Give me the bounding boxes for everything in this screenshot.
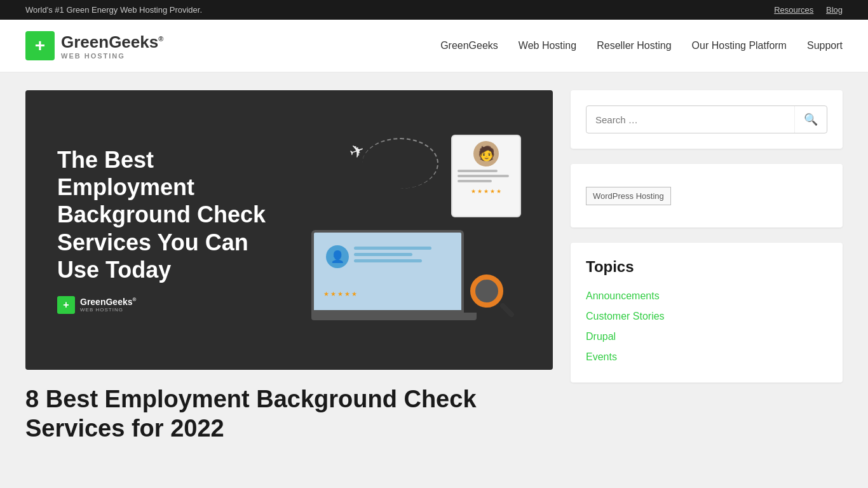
nav-support[interactable]: Support xyxy=(807,40,843,51)
main-nav: GreenGeeks Web Hosting Reseller Hosting … xyxy=(440,40,843,51)
site-header: + GreenGeeks® WEB HOSTING GreenGeeks Web… xyxy=(0,20,868,72)
nav-web-hosting[interactable]: Web Hosting xyxy=(519,40,576,51)
main-column: The Best Employment Background Check Ser… xyxy=(25,90,553,443)
page-content: The Best Employment Background Check Ser… xyxy=(0,72,868,461)
magnifier-circle xyxy=(470,274,503,308)
screen-lines xyxy=(354,247,451,266)
screen-line-2 xyxy=(354,253,412,256)
topic-customer-stories[interactable]: Customer Stories xyxy=(586,306,827,327)
stars-row: ★ ★ ★ ★ ★ xyxy=(323,290,357,297)
laptop-illustration: 👤 ★ ★ ★ ★ ★ xyxy=(311,230,477,332)
star-1: ★ xyxy=(323,290,329,297)
laptop-screen-content: 👤 ★ ★ ★ ★ ★ xyxy=(321,240,454,302)
profile-star-4: ★ xyxy=(490,188,495,194)
profile-star-5: ★ xyxy=(496,188,501,194)
hero-text-block: The Best Employment Background Check Ser… xyxy=(57,146,280,314)
hero-illustration: ✈ 👤 ★ ★ xyxy=(299,122,521,338)
logo-text: GreenGeeks® WEB HOSTING xyxy=(61,32,163,60)
star-4: ★ xyxy=(344,290,350,297)
screen-line-1 xyxy=(354,247,431,250)
topics-widget: Topics Announcements Customer Stories Dr… xyxy=(571,243,843,383)
profile-line-1 xyxy=(458,170,498,172)
star-5: ★ xyxy=(351,290,357,297)
topic-announcements[interactable]: Announcements xyxy=(586,286,827,306)
logo-icon: + xyxy=(25,31,55,60)
blog-link[interactable]: Blog xyxy=(826,5,843,15)
screen-line-3 xyxy=(354,259,422,262)
search-widget: 🔍 xyxy=(571,90,843,149)
hero-mini-logo-text: GreenGeeks® WEB HOSTING xyxy=(80,297,136,313)
search-box: 🔍 xyxy=(586,105,827,133)
topic-events[interactable]: Events xyxy=(586,347,827,367)
logo-sub: WEB HOSTING xyxy=(61,52,163,60)
profile-star-3: ★ xyxy=(484,188,489,194)
dashed-arc-decoration xyxy=(362,138,438,189)
nav-our-hosting-platform[interactable]: Our Hosting Platform xyxy=(692,40,787,51)
hero-title: The Best Employment Background Check Ser… xyxy=(57,146,280,283)
profile-lines xyxy=(458,170,515,185)
search-button[interactable]: 🔍 xyxy=(794,106,827,133)
topics-title: Topics xyxy=(586,258,827,276)
profile-card: 🧑 ★ ★ ★ ★ ★ xyxy=(451,135,521,217)
hero-logo-small: + GreenGeeks® WEB HOSTING xyxy=(57,296,280,314)
nav-reseller-hosting[interactable]: Reseller Hosting xyxy=(597,40,671,51)
profile-line-2 xyxy=(458,175,509,177)
hero-image: The Best Employment Background Check Ser… xyxy=(25,90,553,370)
resources-link[interactable]: Resources xyxy=(774,5,813,15)
logo-plus-sign: + xyxy=(35,37,45,55)
magnifier-handle xyxy=(499,302,515,318)
hero-mini-logo-icon: + xyxy=(57,296,75,314)
sidebar: 🔍 WordPress Hosting Topics Announcements… xyxy=(571,90,843,443)
star-2: ★ xyxy=(330,290,336,297)
logo-area[interactable]: + GreenGeeks® WEB HOSTING xyxy=(25,31,163,60)
wordpress-image-widget: WordPress Hosting xyxy=(571,164,843,227)
profile-star-2: ★ xyxy=(477,188,482,194)
person-icon: 👤 xyxy=(326,245,349,268)
profile-avatar: 🧑 xyxy=(473,141,499,166)
laptop-screen: 👤 ★ ★ ★ ★ ★ xyxy=(311,230,464,313)
wordpress-hosting-image[interactable]: WordPress Hosting xyxy=(586,187,671,205)
top-bar-links: Resources Blog xyxy=(764,5,843,15)
magnifier-icon xyxy=(470,274,515,319)
search-input[interactable] xyxy=(587,108,794,132)
nav-greengeeks[interactable]: GreenGeeks xyxy=(440,40,498,51)
profile-star-1: ★ xyxy=(471,188,476,194)
top-bar-tagline: World's #1 Green Energy Web Hosting Prov… xyxy=(25,5,202,15)
profile-line-3 xyxy=(458,180,492,182)
top-bar: World's #1 Green Energy Web Hosting Prov… xyxy=(0,0,868,20)
article-title: 8 Best Employment Background Check Servi… xyxy=(25,385,553,443)
star-3: ★ xyxy=(337,290,343,297)
logo-brand: GreenGeeks® xyxy=(61,32,163,52)
laptop-base xyxy=(311,313,477,320)
topic-drupal[interactable]: Drupal xyxy=(586,327,827,347)
profile-stars: ★ ★ ★ ★ ★ xyxy=(471,188,501,194)
